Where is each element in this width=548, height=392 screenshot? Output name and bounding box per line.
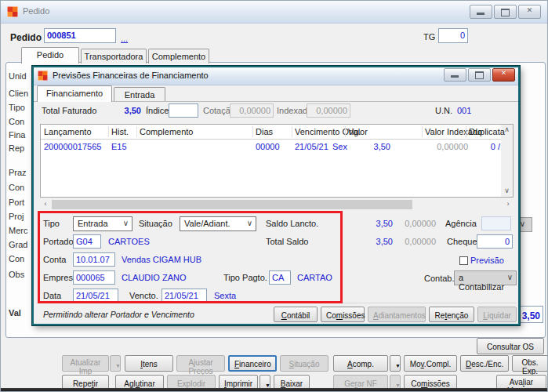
mov-compl-button[interactable]: Mov.Compl. xyxy=(404,355,457,372)
sidebar-field-label: Praz xyxy=(9,168,27,177)
chevron-down-icon: ∨ xyxy=(507,273,513,281)
cotacao-input: 0,00000 xyxy=(230,103,274,118)
order-label: Pedido xyxy=(10,32,42,43)
dropdown-arrow-icon: ▼ xyxy=(110,355,121,372)
table-row-cell-valor-indexado[interactable]: 0,00000 xyxy=(408,142,468,151)
previsao-checkbox[interactable] xyxy=(459,256,468,265)
tg-input[interactable]: 0 xyxy=(438,28,468,43)
obs-exp-button[interactable]: Obs. Exp. xyxy=(512,355,548,372)
sidebar-field-label: Grad xyxy=(9,240,27,249)
total-faturado-label: Total Faturado xyxy=(42,106,96,115)
reten-o-button[interactable]: Retenção xyxy=(429,307,474,322)
portador-input[interactable]: G04 xyxy=(73,234,101,249)
un-value: 001 xyxy=(457,106,471,115)
tipo-select[interactable]: Entrada∨ xyxy=(73,216,132,231)
scroll-down-icon[interactable]: ∨ xyxy=(501,187,513,197)
column-header[interactable]: Dias xyxy=(256,127,273,136)
data-input[interactable]: 21/05/21 xyxy=(73,289,118,303)
minimize-icon[interactable] xyxy=(470,5,492,19)
close-icon[interactable]: ✕ xyxy=(492,68,515,82)
tab-entrada[interactable]: Entrada xyxy=(114,87,165,102)
sidebar-field-label: Con xyxy=(9,117,24,126)
portador-desc: CARTOES xyxy=(108,237,150,246)
previsao-label: Previsão xyxy=(470,256,504,265)
contab-select[interactable]: a Contabilizar∨ xyxy=(454,270,517,285)
indice-input[interactable] xyxy=(169,103,198,118)
column-header[interactable]: Complemento xyxy=(140,127,193,136)
adiantamentos-button: Adiantamentos xyxy=(368,307,426,322)
conta-desc: Vendas CIGAM HUB xyxy=(122,255,201,264)
agencia-input[interactable] xyxy=(481,216,511,230)
column-separator xyxy=(108,126,109,137)
indexado-input: 0,00000 xyxy=(307,103,350,118)
scrollbar-thumb[interactable] xyxy=(52,200,412,209)
financeiro-button[interactable]: Financeiro xyxy=(228,355,277,372)
situa-o-button: Situação xyxy=(280,355,328,372)
column-header[interactable]: Hist. xyxy=(111,127,129,136)
tab-complemento[interactable]: Complemento xyxy=(148,49,209,64)
empresa-input[interactable]: 000065 xyxy=(73,270,115,285)
order-number-input[interactable]: 000851 xyxy=(44,28,116,43)
status-note: Permitindo alterar Portador e Vencimento xyxy=(43,310,194,319)
sidebar-field-label: Port xyxy=(9,198,24,207)
sidebar-field-label: Obs xyxy=(9,270,24,279)
cheque-label: Cheque xyxy=(447,237,477,246)
cigam-logo-icon xyxy=(38,71,48,81)
vale-field-label: Val xyxy=(9,308,21,318)
close-icon[interactable]: ✕ xyxy=(518,5,541,19)
tg-label: TG xyxy=(423,32,435,42)
scroll-left-icon[interactable]: ‹ xyxy=(40,199,51,210)
modal-title: Previsões Financeiras de Financiamento xyxy=(53,71,209,80)
cont-bil-button[interactable]: Contábil xyxy=(274,307,318,322)
table-row-cell-hist[interactable]: E15 xyxy=(111,142,138,151)
tab-transportadora[interactable]: Transportadora xyxy=(81,49,147,64)
order-lookup-link[interactable]: ... xyxy=(121,34,128,43)
table-row-cell-vencimento[interactable]: 21/05/21 xyxy=(295,142,331,151)
sidebar-field-label: Con xyxy=(9,183,24,192)
maximize-icon[interactable] xyxy=(468,68,491,82)
cheque-input[interactable]: 0 xyxy=(477,234,513,249)
minimize-icon[interactable] xyxy=(444,68,466,82)
table-row-cell-lancamento[interactable]: 200000017565 xyxy=(44,142,110,151)
column-separator xyxy=(136,126,137,137)
sidebar-field-label: Rep xyxy=(9,143,24,153)
acomp-button[interactable]: Acomp. xyxy=(333,355,388,372)
situacao-label: Situação xyxy=(139,219,172,228)
horizontal-scrollbar[interactable]: ‹ › xyxy=(40,199,514,210)
desc-enc-button[interactable]: Desc./Enc. xyxy=(460,355,509,372)
table-row-cell-duplicata[interactable]: 0 / xyxy=(470,142,500,151)
liquidar-button: Liquidar xyxy=(477,307,517,322)
scroll-right-icon[interactable]: › xyxy=(503,199,514,210)
cigam-logo-icon xyxy=(7,6,18,17)
vencto-input[interactable]: 21/05/21 xyxy=(161,289,207,303)
chevron-down-icon: ∨ xyxy=(520,220,525,228)
footer-divider xyxy=(37,303,517,303)
column-separator xyxy=(422,126,423,137)
window-bottom-edge xyxy=(1,388,548,392)
column-header[interactable]: Lançamento xyxy=(44,127,92,136)
sidebar-field-label: Merc xyxy=(9,226,27,235)
tab-pedido[interactable]: Pedido xyxy=(21,47,79,64)
tipo-pagto-input[interactable]: CA xyxy=(269,270,291,285)
un-label: U.N. xyxy=(435,106,452,115)
situacao-select[interactable]: Vale/Adiant.∨ xyxy=(180,216,256,231)
column-header[interactable]: Duplicata xyxy=(469,127,505,136)
column-separator xyxy=(345,126,346,137)
indice-label: Índice xyxy=(146,106,169,115)
column-separator xyxy=(292,126,292,137)
conta-input[interactable]: 10.01.07 xyxy=(73,252,115,267)
tipo-pagto-desc: CARTAO xyxy=(297,273,332,282)
column-header[interactable]: Valor xyxy=(348,127,368,136)
chevron-down-icon: ∨ xyxy=(123,219,129,227)
window-title: Pedido xyxy=(23,6,49,16)
table-row-cell-valor[interactable]: 3,50 xyxy=(347,142,390,151)
comiss-es-button[interactable]: Comissões xyxy=(321,307,365,322)
dropdown-arrow-icon[interactable]: ▼ xyxy=(390,355,401,372)
consultar-os-button[interactable]: Consultar OS xyxy=(477,338,544,354)
tab-financiamento[interactable]: Financiamento xyxy=(37,85,112,102)
sidebar-field-label: Clien xyxy=(9,89,28,98)
maximize-icon[interactable] xyxy=(494,5,517,19)
tipo-pagto-label: Tipo Pagto. xyxy=(223,273,267,282)
itens-button[interactable]: Itens xyxy=(125,355,173,372)
table-row-cell-dias[interactable]: 00000 xyxy=(256,142,290,151)
